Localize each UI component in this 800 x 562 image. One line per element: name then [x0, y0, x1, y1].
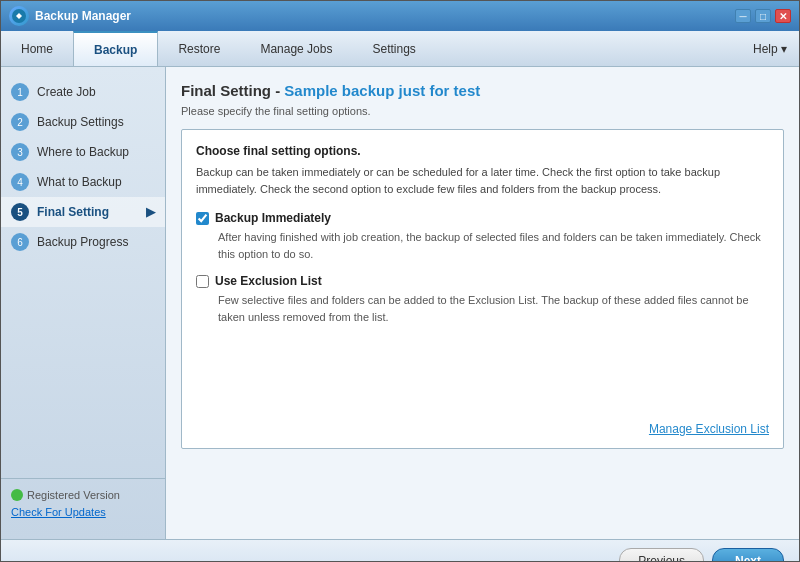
sidebar-item-where-to-backup[interactable]: 3 Where to Backup: [1, 137, 165, 167]
option-label-text-1: Backup Immediately: [215, 211, 331, 225]
step-badge-6: 6: [11, 233, 29, 251]
sidebar-label-5: Final Setting: [37, 205, 109, 219]
step-badge-5: 5: [11, 203, 29, 221]
check-updates-link[interactable]: Check For Updates: [11, 506, 106, 518]
page-title: Final Setting - Sample backup just for t…: [181, 82, 784, 99]
titlebar-left: Backup Manager: [9, 6, 131, 26]
option-label-exclusion-list[interactable]: Use Exclusion List: [196, 274, 769, 288]
main-area: 1 Create Job 2 Backup Settings 3 Where t…: [1, 67, 799, 539]
manage-exclusion-link[interactable]: Manage Exclusion List: [649, 422, 769, 436]
app-icon: [9, 6, 29, 26]
sidebar-label-3: Where to Backup: [37, 145, 129, 159]
option-desc-backup-immediately: After having finished with job creation,…: [196, 229, 769, 262]
registered-icon: [11, 489, 23, 501]
tab-settings[interactable]: Settings: [352, 31, 435, 66]
titlebar: Backup Manager ─ □ ✕: [1, 1, 799, 31]
active-arrow-icon: ▶: [146, 205, 155, 219]
tab-home[interactable]: Home: [1, 31, 73, 66]
sidebar-label-2: Backup Settings: [37, 115, 124, 129]
tab-restore[interactable]: Restore: [158, 31, 240, 66]
step-badge-2: 2: [11, 113, 29, 131]
sidebar-item-backup-progress[interactable]: 6 Backup Progress: [1, 227, 165, 257]
option-backup-immediately: Backup Immediately After having finished…: [196, 211, 769, 262]
heading-blue: Sample backup just for test: [284, 82, 480, 99]
sidebar-item-what-to-backup[interactable]: 4 What to Backup: [1, 167, 165, 197]
setting-box-title: Choose final setting options.: [196, 144, 769, 158]
sidebar-label-6: Backup Progress: [37, 235, 128, 249]
titlebar-title: Backup Manager: [35, 9, 131, 23]
step-badge-1: 1: [11, 83, 29, 101]
checkbox-backup-immediately[interactable]: [196, 212, 209, 225]
bottom-bar: Previous Next: [1, 539, 799, 562]
tab-backup[interactable]: Backup: [73, 31, 158, 66]
setting-box: Choose final setting options. Backup can…: [181, 129, 784, 449]
next-button[interactable]: Next: [712, 548, 784, 563]
registered-version: Registered Version: [11, 489, 155, 501]
maximize-button[interactable]: □: [755, 9, 771, 23]
option-use-exclusion-list: Use Exclusion List Few selective files a…: [196, 274, 769, 325]
sidebar-label-1: Create Job: [37, 85, 96, 99]
help-button[interactable]: Help ▾: [741, 31, 799, 66]
option-desc-exclusion-list: Few selective files and folders can be a…: [196, 292, 769, 325]
titlebar-controls: ─ □ ✕: [735, 9, 791, 23]
sidebar-steps: 1 Create Job 2 Backup Settings 3 Where t…: [1, 77, 165, 478]
minimize-button[interactable]: ─: [735, 9, 751, 23]
step-badge-4: 4: [11, 173, 29, 191]
tab-manage-jobs[interactable]: Manage Jobs: [240, 31, 352, 66]
close-button[interactable]: ✕: [775, 9, 791, 23]
previous-button[interactable]: Previous: [619, 548, 704, 563]
content-subtitle: Please specify the final setting options…: [181, 105, 784, 117]
heading-prefix: Final Setting -: [181, 82, 284, 99]
option-label-text-2: Use Exclusion List: [215, 274, 322, 288]
setting-box-description: Backup can be taken immediately or can b…: [196, 164, 769, 197]
sidebar-item-final-setting[interactable]: 5 Final Setting ▶: [1, 197, 165, 227]
sidebar: 1 Create Job 2 Backup Settings 3 Where t…: [1, 67, 166, 539]
checkbox-use-exclusion-list[interactable]: [196, 275, 209, 288]
sidebar-footer: Registered Version Check For Updates: [1, 478, 165, 529]
step-badge-3: 3: [11, 143, 29, 161]
sidebar-label-4: What to Backup: [37, 175, 122, 189]
option-label-backup-immediately[interactable]: Backup Immediately: [196, 211, 769, 225]
content-area: Final Setting - Sample backup just for t…: [166, 67, 799, 539]
sidebar-item-backup-settings[interactable]: 2 Backup Settings: [1, 107, 165, 137]
sidebar-item-create-job[interactable]: 1 Create Job: [1, 77, 165, 107]
navbar: Home Backup Restore Manage Jobs Settings…: [1, 31, 799, 67]
